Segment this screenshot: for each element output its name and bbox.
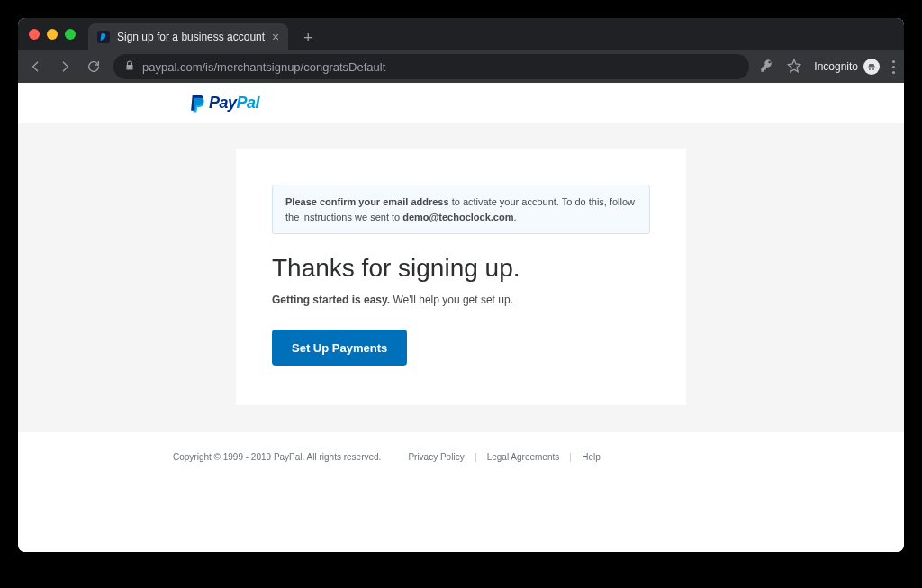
tab-title: Sign up for a business account <box>117 31 265 43</box>
incognito-icon <box>863 59 880 75</box>
paypal-logo[interactable]: PayPal <box>189 94 259 113</box>
site-footer: Copyright © 1999 - 2019 PayPal. All righ… <box>18 432 904 482</box>
setup-payments-button[interactable]: Set Up Payments <box>272 330 407 366</box>
incognito-label: Incognito <box>814 60 858 73</box>
address-bar[interactable]: paypal.com/is/merchantsignup/congratsDef… <box>113 54 749 79</box>
reload-button[interactable] <box>85 58 103 76</box>
paypal-logo-mark <box>189 94 207 113</box>
browser-tab[interactable]: Sign up for a business account × <box>88 23 288 50</box>
notice-email: demo@techoclock.com <box>402 212 513 222</box>
tab-strip: Sign up for a business account × + <box>18 18 904 50</box>
notice-bold: Please confirm your email address <box>285 196 449 207</box>
close-tab-icon[interactable]: × <box>272 31 279 43</box>
confirm-email-notice: Please confirm your email address to act… <box>272 185 650 234</box>
minimize-window-button[interactable] <box>47 29 58 40</box>
subtext-bold: Getting started is easy. <box>272 294 390 306</box>
close-window-button[interactable] <box>29 29 40 40</box>
lock-icon <box>124 60 135 74</box>
page-heading: Thanks for signing up. <box>272 254 650 283</box>
footer-copyright: Copyright © 1999 - 2019 PayPal. All righ… <box>173 452 381 462</box>
footer-separator <box>475 453 476 462</box>
notice-period: . <box>513 212 516 222</box>
page-content: PayPal Please confirm your email address… <box>18 83 904 552</box>
browser-menu-button[interactable] <box>892 60 895 74</box>
bookmark-star-icon[interactable] <box>787 59 801 76</box>
forward-button[interactable] <box>56 58 74 76</box>
subtext-rest: We'll help you get set up. <box>390 294 513 306</box>
url-text: paypal.com/is/merchantsignup/congratsDef… <box>142 60 385 74</box>
browser-toolbar: paypal.com/is/merchantsignup/congratsDef… <box>18 50 904 83</box>
footer-link-legal[interactable]: Legal Agreements <box>487 452 560 462</box>
footer-link-privacy[interactable]: Privacy Policy <box>408 452 464 462</box>
back-button[interactable] <box>27 58 45 76</box>
maximize-window-button[interactable] <box>65 29 76 40</box>
site-header: PayPal <box>18 83 904 123</box>
browser-window: Sign up for a business account × + paypa… <box>18 18 904 552</box>
main-section: Please confirm your email address to act… <box>18 123 904 432</box>
window-controls <box>25 18 81 50</box>
page-subtext: Getting started is easy. We'll help you … <box>272 294 650 306</box>
footer-link-help[interactable]: Help <box>582 452 601 462</box>
tab-favicon <box>97 31 110 43</box>
incognito-badge: Incognito <box>814 59 880 75</box>
key-icon[interactable] <box>760 59 774 76</box>
new-tab-button[interactable]: + <box>295 25 321 50</box>
paypal-logo-text: PayPal <box>209 94 259 113</box>
footer-separator <box>570 453 571 462</box>
content-card: Please confirm your email address to act… <box>236 149 686 405</box>
